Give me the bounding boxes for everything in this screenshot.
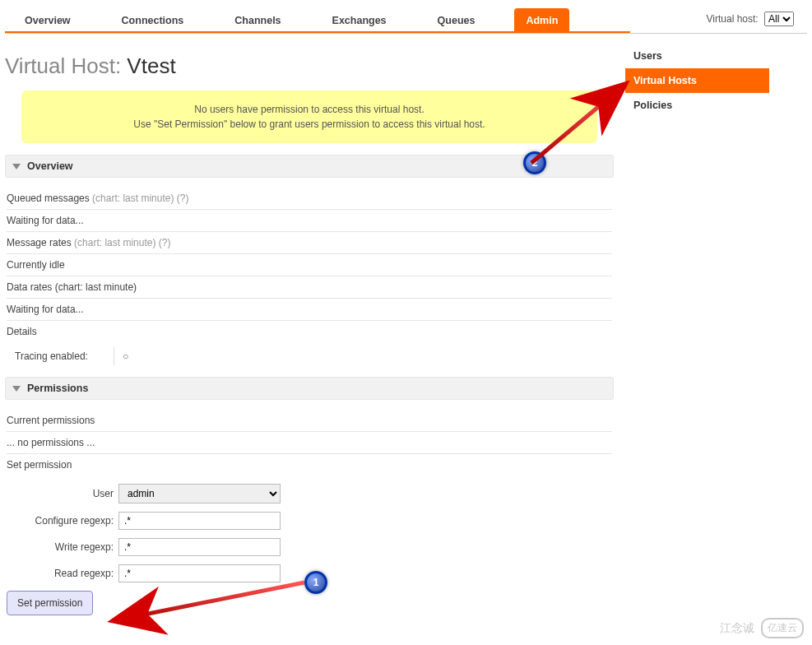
vhost-selector: Virtual host: All [707,12,795,26]
overview-section-body: Queued messages (chart: last minute) (?)… [5,188,614,377]
main-tabs: Overview Connections Channels Exchanges … [5,5,630,33]
tab-overview[interactable]: Overview [13,8,82,31]
top-bar: Overview Connections Channels Exchanges … [5,5,807,34]
watermark-brand: 亿速云 [761,618,804,638]
write-label: Write regexp: [7,541,118,553]
chevron-down-icon [12,164,21,169]
read-label: Read regexp: [7,568,118,579]
watermark-text: 江念诚 [720,621,754,636]
tab-admin[interactable]: Admin [514,8,569,31]
write-input[interactable] [118,538,281,556]
page-title-name: Vtest [127,53,175,78]
set-permission-button[interactable]: Set permission [7,591,93,615]
configure-label: Configure regexp: [7,515,118,527]
vhost-label: Virtual host: [707,13,759,25]
tracing-label: Tracing enabled: [7,350,114,362]
sidebar-item-virtual-hosts[interactable]: Virtual Hosts [625,68,769,93]
page-title-prefix: Virtual Host: [5,53,127,78]
sidebar-item-users[interactable]: Users [625,44,769,68]
overview-section-header[interactable]: Overview [5,155,614,178]
vhost-select[interactable]: All [764,12,794,26]
side-nav: Users Virtual Hosts Policies [625,44,769,118]
main-column: Virtual Host: Vtest No users have permis… [5,40,619,627]
warning-banner: No users have permission to access this … [21,90,597,143]
tracing-value: ○ [114,347,137,365]
warning-line-1: No users have permission to access this … [36,102,582,117]
watermark: 江念诚 亿速云 [720,618,804,638]
sidebar-item-policies[interactable]: Policies [625,93,769,118]
configure-input[interactable] [118,512,281,530]
overview-section-title: Overview [27,160,73,172]
data-rates-row: Data rates (chart: last minute) [7,276,612,299]
current-permissions-label: Current permissions [7,410,612,432]
queued-messages-row: Queued messages (chart: last minute) (?) [7,188,612,210]
user-label: User [7,488,118,499]
permissions-section-body: Current permissions ... no permissions .… [5,410,614,627]
permissions-section-title: Permissions [27,383,88,394]
message-rates-note: (chart: last minute) [72,237,159,248]
queued-messages-note: (chart: last minute) [90,193,177,204]
page-title: Virtual Host: Vtest [5,53,614,79]
permissions-section-header[interactable]: Permissions [5,377,614,400]
queued-waiting-row: Waiting for data... [7,210,612,232]
details-label: Details [7,321,612,342]
user-select[interactable]: admin [118,484,281,503]
queued-messages-help[interactable]: (?) [177,193,189,204]
permission-form: User admin Configure regexp: Write regex… [7,484,612,615]
message-rates-label: Message rates [7,237,72,248]
no-permissions-text: ... no permissions ... [7,432,612,454]
warning-line-2: Use "Set Permission" below to grant user… [36,117,582,132]
queued-messages-label: Queued messages [7,193,90,204]
set-permission-label: Set permission [7,454,612,476]
currently-idle-row: Currently idle [7,254,612,276]
message-rates-help[interactable]: (?) [159,237,171,248]
tab-connections[interactable]: Connections [110,8,196,31]
step-badge-2: 2 [523,151,546,174]
read-input[interactable] [118,564,281,582]
step-badge-1: 1 [304,571,327,594]
message-rates-row: Message rates (chart: last minute) (?) [7,232,612,254]
tab-channels[interactable]: Channels [223,8,292,31]
tab-exchanges[interactable]: Exchanges [321,8,398,31]
chevron-down-icon [12,386,21,392]
data-rates-waiting-row: Waiting for data... [7,299,612,321]
tracing-row: Tracing enabled: ○ [7,347,612,365]
tab-queues[interactable]: Queues [426,8,487,31]
